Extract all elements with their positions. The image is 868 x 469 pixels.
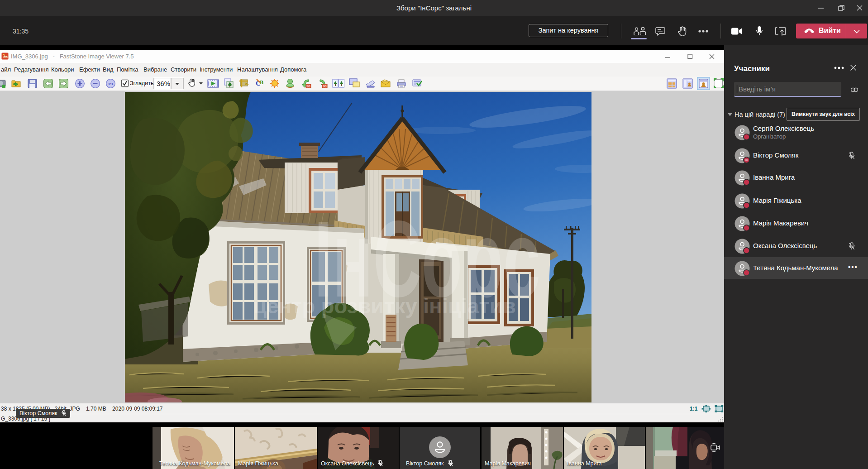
svg-text:90: 90: [323, 85, 327, 88]
svg-text:B: B: [260, 79, 263, 86]
svg-text:90: 90: [307, 85, 310, 88]
svg-text:36%: 36%: [157, 80, 170, 87]
svg-text:центр розвитку ініціатив: центр розвитку ініціатив: [253, 294, 516, 318]
svg-text:1:1: 1:1: [108, 82, 114, 86]
svg-text:Згладить: Згладить: [130, 80, 154, 86]
